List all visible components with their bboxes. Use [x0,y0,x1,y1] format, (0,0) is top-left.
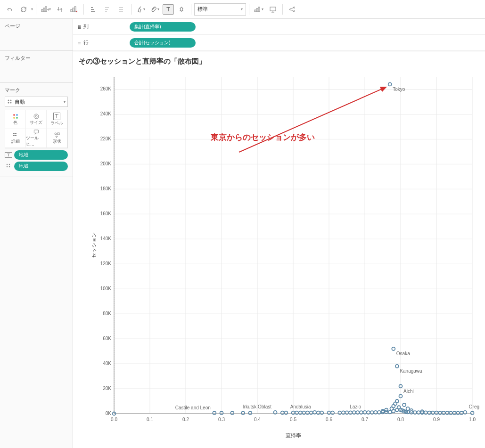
svg-point-141 [395,365,399,368]
svg-rect-1 [43,8,45,12]
svg-point-27 [13,114,15,116]
svg-rect-35 [13,135,15,136]
svg-text:Lazio: Lazio [350,404,361,409]
svg-rect-19 [270,7,276,11]
present-button[interactable] [266,3,279,16]
marks-title: マーク [5,87,68,94]
svg-text:200K: 200K [100,161,112,166]
attach-button[interactable]: ▾ [148,3,162,16]
svg-text:0.7: 0.7 [362,417,368,422]
rows-shelf[interactable]: ≡行 合計(セッション) [73,35,485,51]
refresh-button[interactable] [17,3,30,16]
svg-point-165 [445,411,449,415]
svg-rect-2 [45,7,47,12]
tooltip-card[interactable]: ツールヒ… [26,129,47,148]
fit-dropdown[interactable]: 標準▾ [194,3,246,16]
filters-panel: フィルター [0,51,73,83]
svg-point-161 [431,411,435,415]
svg-text:260K: 260K [100,86,112,91]
svg-point-28 [16,114,18,116]
svg-point-25 [8,102,9,104]
svg-point-109 [302,411,305,415]
svg-text:0.0: 0.0 [111,417,117,422]
detail-pill-row[interactable]: 地域 [5,162,68,171]
svg-point-108 [299,411,302,415]
svg-point-110 [306,411,309,415]
undo-button[interactable] [3,3,16,16]
svg-point-104 [281,411,284,415]
sort-desc-button[interactable] [101,3,114,16]
svg-point-133 [388,410,392,414]
svg-point-168 [456,411,460,415]
svg-text:直帰率: 直帰率 [286,432,301,438]
label-pill[interactable]: 地域 [14,150,68,160]
text-tool-button[interactable]: T [163,4,174,15]
svg-point-32 [35,115,37,117]
shelves: iii列 集計(直帰率) ≡行 合計(セッション) [73,19,485,51]
svg-text:セッション: セッション [91,232,97,258]
svg-text:Osaka: Osaka [396,351,410,356]
size-card[interactable]: サイズ [26,110,47,129]
add-chart-button[interactable]: +▾ [39,3,52,16]
sort-asc-button[interactable] [87,3,100,16]
pin-button[interactable] [175,3,188,16]
svg-text:0.6: 0.6 [326,417,332,422]
pages-panel: ページ [0,19,73,51]
columns-shelf[interactable]: iii列 集計(直帰率) [73,19,485,35]
svg-rect-33 [13,133,15,134]
label-pill-row[interactable]: T 地域 [5,150,68,160]
scatter-plot[interactable]: 0K20K40K60K80K100K120K140K160K180K200K22… [88,70,479,447]
marks-panel: マーク 自動 ▾ 色 サイズ Tラベル 詳細 ツールヒ… 形状 T 地域 地域 [0,83,73,177]
svg-point-136 [392,409,395,413]
share-button[interactable] [286,3,299,16]
svg-point-101 [241,411,245,415]
chart-area: その③セッションと直帰率の「散布図」 0K20K40K60K80K100K120… [73,51,485,448]
svg-rect-39 [58,133,59,135]
svg-text:20K: 20K [103,386,111,391]
svg-rect-5 [73,8,74,12]
svg-rect-10 [105,7,109,8]
svg-point-107 [295,411,298,415]
detail-card[interactable]: 詳細 [5,129,26,148]
svg-point-152 [406,407,410,410]
show-me-button[interactable]: ▾ [252,3,265,16]
svg-point-23 [8,100,9,101]
svg-text:Andalusia: Andalusia [290,404,311,409]
marks-type-select[interactable]: 自動 ▾ [5,97,68,107]
columns-pill[interactable]: 集計(直帰率) [130,22,196,32]
filters-title: フィルター [5,55,68,62]
svg-point-30 [16,117,18,119]
sidebar: ページ フィルター マーク 自動 ▾ 色 サイズ Tラベル 詳細 ツールヒ… 形… [0,19,73,448]
svg-point-113 [317,411,320,415]
toolbar: ▾ +▾ ▾ ▾ T 標準▾ ▾ [0,0,485,19]
svg-rect-14 [119,9,123,10]
annotation-text: 東京からのセッションが多い [211,132,315,143]
svg-point-166 [449,411,452,415]
svg-text:80K: 80K [103,311,111,316]
svg-point-160 [427,411,431,415]
content-area: iii列 集計(直帰率) ≡行 合計(セッション) その③セッションと直帰率の「… [73,19,485,448]
svg-point-117 [338,411,341,415]
svg-text:0.1: 0.1 [147,417,153,422]
shape-card[interactable]: 形状 [47,129,67,148]
svg-rect-11 [105,9,108,10]
svg-rect-18 [258,7,260,12]
clear-chart-button[interactable] [67,3,81,16]
svg-point-26 [10,102,12,104]
label-card[interactable]: Tラベル [47,110,67,129]
highlight-button[interactable]: ▾ [134,3,148,16]
svg-text:Tokyo: Tokyo [393,87,405,92]
svg-point-41 [9,164,10,165]
color-card[interactable]: 色 [5,110,26,129]
svg-text:160K: 160K [100,211,112,216]
sort-clear-button[interactable] [115,3,128,16]
svg-text:60K: 60K [103,336,111,341]
fit-label: 標準 [197,6,208,13]
svg-text:1.0: 1.0 [469,417,476,422]
detail-pill[interactable]: 地域 [14,162,68,171]
columns-icon: iii [78,24,81,30]
swap-button[interactable] [53,3,66,16]
svg-text:0.4: 0.4 [254,417,261,422]
rows-pill[interactable]: 合計(セッション) [130,38,196,48]
rows-icon: ≡ [78,40,81,46]
